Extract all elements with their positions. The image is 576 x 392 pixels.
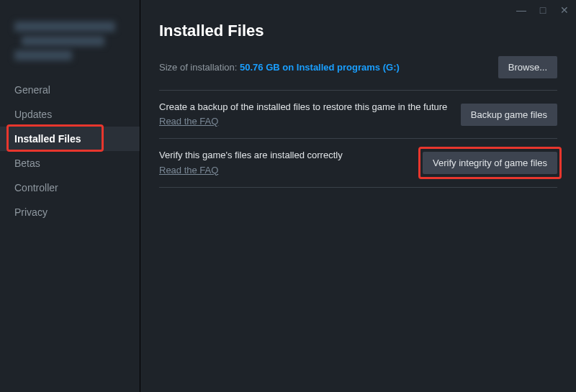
- size-text: Size of installation: 50.76 GB on Instal…: [159, 62, 400, 73]
- sidebar-item-controller[interactable]: Controller: [0, 176, 140, 200]
- divider: [159, 187, 557, 188]
- sidebar-item-label: Installed Files: [14, 133, 81, 145]
- sidebar-item-label: Updates: [14, 109, 52, 120]
- sidebar-item-installed-files[interactable]: Installed Files: [0, 127, 140, 151]
- browse-button[interactable]: Browse...: [498, 56, 557, 78]
- verify-faq-link[interactable]: Read the FAQ: [159, 164, 218, 177]
- minimize-button[interactable]: —: [516, 4, 527, 16]
- close-button[interactable]: ✕: [559, 4, 570, 16]
- verify-description: Verify this game's files are installed c…: [159, 149, 411, 162]
- sidebar-item-label: Betas: [14, 158, 40, 169]
- divider: [159, 138, 557, 139]
- sidebar-item-betas[interactable]: Betas: [0, 151, 140, 176]
- sidebar-item-label: General: [14, 84, 50, 96]
- backup-description: Create a backup of the installed files t…: [159, 101, 449, 114]
- sidebar: General Updates Installed Files Betas Co…: [0, 0, 140, 392]
- sidebar-item-privacy[interactable]: Privacy: [0, 200, 140, 224]
- game-title-blurred: [0, 22, 140, 78]
- sidebar-item-label: Privacy: [14, 206, 48, 218]
- verify-section: Verify this game's files are installed c…: [159, 149, 557, 176]
- sidebar-item-label: Controller: [14, 182, 58, 193]
- backup-game-files-button[interactable]: Backup game files: [461, 104, 557, 126]
- backup-faq-link[interactable]: Read the FAQ: [159, 115, 218, 128]
- sidebar-item-updates[interactable]: Updates: [0, 102, 140, 127]
- divider: [159, 90, 557, 91]
- size-label: Size of installation:: [159, 62, 240, 73]
- page-title: Installed Files: [159, 22, 557, 40]
- window-controls: — □ ✕: [516, 4, 570, 16]
- sidebar-item-general[interactable]: General: [0, 78, 140, 102]
- size-value: 50.76 GB on Installed programs (G:): [240, 62, 400, 73]
- maximize-button[interactable]: □: [537, 4, 549, 16]
- main-content: Installed Files Size of installation: 50…: [140, 0, 576, 392]
- installation-size-row: Size of installation: 50.76 GB on Instal…: [159, 56, 557, 78]
- backup-section: Create a backup of the installed files t…: [159, 101, 557, 128]
- verify-integrity-button[interactable]: Verify integrity of game files: [423, 152, 557, 174]
